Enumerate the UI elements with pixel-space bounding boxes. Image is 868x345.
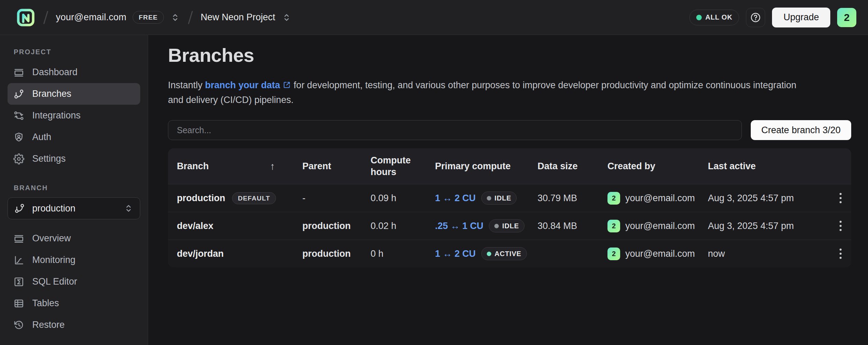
integrations-icon	[13, 110, 24, 121]
notification-badge-button[interactable]: 2	[837, 8, 856, 27]
table-grid-icon	[13, 298, 24, 309]
question-circle-icon	[750, 12, 761, 23]
sidebar-item-label: Branches	[32, 89, 71, 99]
compute-hours: 0.09 h	[371, 193, 435, 204]
org-selector[interactable]: your@email.com FREE	[56, 11, 180, 24]
selected-branch: production	[32, 203, 75, 214]
sidebar-item-label: Settings	[32, 153, 66, 164]
app-root: your@email.com FREE New Neon Project ALL…	[0, 0, 868, 345]
plan-badge: FREE	[133, 11, 164, 24]
branches-table: Branch ↑ Parent Compute hours Primary co…	[168, 148, 851, 267]
parent-branch: production	[302, 249, 371, 259]
primary-compute-size: 1 ↔ 2 CU	[435, 249, 476, 259]
avatar: 2	[607, 248, 620, 260]
state-dot-icon	[494, 224, 499, 228]
git-branch-icon	[14, 203, 25, 214]
compute-hours: 0.02 h	[371, 221, 435, 231]
sidebar-item-sql-editor[interactable]: SQL Editor	[8, 271, 140, 292]
sidebar-item-restore[interactable]: Restore	[8, 314, 140, 336]
sidebar-section-branch-label: BRANCH	[14, 184, 140, 192]
column-header-compute-hours: Compute hours	[371, 154, 435, 178]
parent-branch: -	[302, 193, 371, 204]
breadcrumb-separator-icon	[188, 11, 193, 24]
toolbar: Create branch 3/20	[168, 120, 851, 140]
chevrons-up-down-icon[interactable]	[123, 203, 134, 214]
chevrons-up-down-icon[interactable]	[170, 12, 180, 23]
sidebar-item-overview[interactable]: Overview	[8, 228, 140, 249]
description-prefix: Instantly	[168, 80, 205, 90]
sidebar-item-label: Tables	[32, 298, 59, 309]
state-dot-icon	[487, 196, 491, 200]
sidebar-item-label: Overview	[32, 233, 71, 244]
compute-state-badge: IDLE	[489, 219, 525, 232]
sidebar-item-label: Auth	[32, 132, 51, 142]
history-clock-icon	[13, 320, 24, 331]
branch-your-data-link[interactable]: branch your data	[205, 80, 291, 90]
chevrons-up-down-icon[interactable]	[281, 12, 292, 23]
data-size: 30.84 MB	[538, 221, 607, 231]
column-header-data-size: Data size	[538, 160, 607, 172]
overview-icon	[13, 233, 24, 244]
top-bar: your@email.com FREE New Neon Project ALL…	[0, 0, 868, 35]
page-title: Branches	[168, 44, 851, 66]
row-menu-button[interactable]	[836, 217, 845, 234]
breadcrumb-separator-icon	[43, 11, 48, 24]
compute-state-badge: IDLE	[481, 192, 517, 205]
sidebar-item-settings[interactable]: Settings	[8, 148, 140, 170]
table-row[interactable]: dev/alex production 0.02 h .25 ↔ 1 CU ID…	[168, 212, 851, 240]
table-header-row: Branch ↑ Parent Compute hours Primary co…	[168, 148, 851, 184]
status-dot-icon	[696, 15, 702, 20]
parent-branch: production	[302, 221, 371, 231]
chart-curve-icon	[13, 255, 24, 266]
created-by-email: your@email.com	[625, 193, 695, 204]
org-email: your@email.com	[56, 12, 126, 23]
dashboard-icon	[13, 67, 24, 78]
project-selector[interactable]: New Neon Project	[201, 12, 292, 23]
primary-compute-size: 1 ↔ 2 CU	[435, 193, 476, 204]
sidebar-item-dashboard[interactable]: Dashboard	[8, 61, 140, 83]
sort-ascending-icon: ↑	[270, 160, 275, 172]
column-header-last-active: Last active	[708, 160, 830, 172]
sidebar: PROJECT Dashboard Branches Integrations …	[0, 35, 148, 345]
table-row[interactable]: production DEFAULT - 0.09 h 1 ↔ 2 CU IDL…	[168, 184, 851, 212]
default-badge: DEFAULT	[232, 192, 276, 204]
status-label: ALL OK	[706, 13, 733, 21]
state-dot-icon	[487, 252, 491, 256]
help-button[interactable]	[746, 8, 765, 27]
project-name: New Neon Project	[201, 12, 275, 23]
data-size: 30.79 MB	[538, 193, 607, 204]
topbar-actions: ALL OK Upgrade 2	[689, 8, 856, 27]
sidebar-item-monitoring[interactable]: Monitoring	[8, 249, 140, 271]
row-menu-button[interactable]	[836, 245, 845, 262]
sidebar-item-tables[interactable]: Tables	[8, 292, 140, 314]
sidebar-section-branch: BRANCH production Overview Monitoring SQ…	[8, 184, 140, 336]
gear-icon	[13, 153, 24, 164]
column-header-created-by: Created by	[607, 160, 708, 172]
sidebar-item-auth[interactable]: Auth	[8, 126, 140, 148]
created-by-email: your@email.com	[625, 221, 695, 231]
last-active: now	[708, 249, 830, 259]
external-link-icon	[282, 81, 291, 89]
compute-hours: 0 h	[371, 249, 435, 259]
created-by-email: your@email.com	[625, 249, 695, 259]
terminal-sigma-icon	[13, 276, 24, 287]
search-input[interactable]	[168, 120, 742, 140]
shield-user-icon	[13, 132, 24, 143]
row-menu-button[interactable]	[836, 189, 845, 207]
sidebar-item-integrations[interactable]: Integrations	[8, 105, 140, 126]
create-branch-button[interactable]: Create branch 3/20	[751, 120, 851, 140]
upgrade-button[interactable]: Upgrade	[772, 8, 830, 27]
table-row[interactable]: dev/jordan production 0 h 1 ↔ 2 CU ACTIV…	[168, 240, 851, 267]
last-active: Aug 3, 2025 4:57 pm	[708, 221, 830, 231]
primary-compute-size: .25 ↔ 1 CU	[435, 221, 483, 231]
sidebar-item-label: Monitoring	[32, 255, 75, 265]
neon-logo-svg	[16, 8, 36, 27]
neon-logo-icon[interactable]	[16, 8, 36, 27]
system-status-pill[interactable]: ALL OK	[689, 10, 739, 25]
sidebar-item-branches[interactable]: Branches	[8, 83, 140, 105]
page-description: Instantly branch your data for developme…	[168, 78, 800, 107]
column-header-branch[interactable]: Branch ↑	[177, 160, 302, 172]
sidebar-item-label: Integrations	[32, 110, 81, 121]
branch-select[interactable]: production	[8, 197, 140, 219]
git-branch-icon	[13, 89, 24, 100]
